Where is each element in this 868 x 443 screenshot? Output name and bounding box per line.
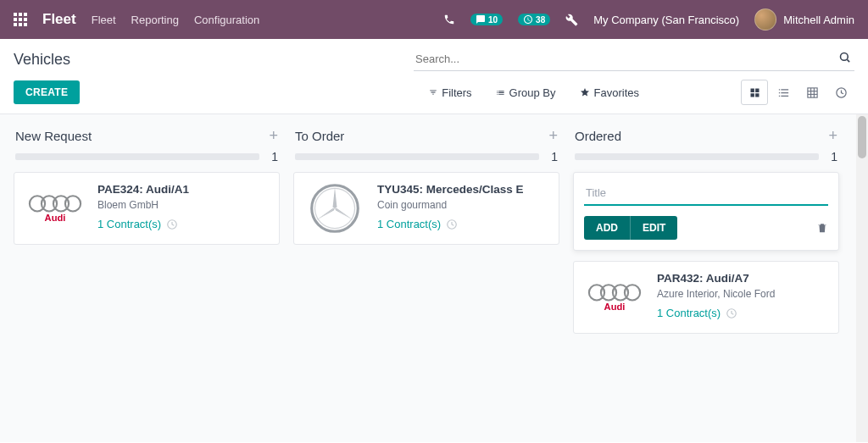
avatar — [754, 8, 776, 30]
activities-badge[interactable]: 38 — [518, 14, 550, 25]
card-subtitle: Azure Interior, Nicole Ford — [657, 288, 828, 300]
view-switcher — [741, 80, 854, 105]
user-menu[interactable]: Mitchell Admin — [754, 8, 854, 30]
favorites-dropdown[interactable]: Favorites — [580, 86, 639, 99]
search-input[interactable] — [414, 47, 854, 71]
contracts-label: 1 Contract(s) — [377, 218, 441, 230]
vehicle-card[interactable]: Audi PAR432: Audi/A7 Azure Interior, Nic… — [573, 261, 839, 334]
audi-logo: Audi — [25, 183, 86, 234]
control-row-1: Vehicles — [14, 47, 854, 71]
board-wrap: New Request + 1 Audi PAE324: Audi/A1 Blo… — [0, 114, 868, 442]
card-body: PAR432: Audi/A7 Azure Interior, Nicole F… — [657, 272, 828, 323]
star-icon — [580, 87, 590, 97]
quick-create-title-input[interactable] — [584, 183, 828, 206]
nav-configuration[interactable]: Configuration — [194, 14, 259, 26]
svg-point-20 — [625, 285, 640, 300]
funnel-icon — [429, 88, 437, 97]
list-view-icon — [777, 86, 790, 99]
column-count: 1 — [546, 150, 558, 163]
clock-icon — [166, 219, 178, 230]
scrollbar-thumb[interactable] — [858, 116, 866, 158]
column-to-order: To Order + 1 TYU345: Mercedes/Class E Co… — [287, 125, 566, 432]
vehicle-card[interactable]: TYU345: Mercedes/Class E Coin gourmand 1… — [293, 172, 559, 245]
kanban-view-button[interactable] — [741, 80, 768, 105]
column-meta: 1 — [573, 150, 839, 172]
nav-fleet[interactable]: Fleet — [92, 14, 116, 26]
contracts-label: 1 Contract(s) — [657, 307, 721, 319]
filter-group: Filters Group By Favorites — [429, 86, 639, 99]
grid-icon — [806, 86, 819, 99]
favorites-label: Favorites — [594, 86, 639, 99]
progress-bar — [575, 153, 819, 160]
app-brand[interactable]: Fleet — [42, 11, 76, 28]
grid-view-button[interactable] — [798, 80, 826, 105]
clock-icon — [726, 307, 737, 319]
vehicle-card[interactable]: Audi PAE324: Audi/A1 Bloem GmbH 1 Contra… — [14, 172, 280, 245]
messages-badge[interactable]: 10 — [470, 14, 503, 25]
card-body: PAE324: Audi/A1 Bloem GmbH 1 Contract(s) — [97, 183, 269, 234]
edit-button[interactable]: EDIT — [631, 216, 677, 240]
kanban-icon — [748, 86, 761, 99]
page-title: Vehicles — [14, 51, 70, 69]
card-contracts[interactable]: 1 Contract(s) — [377, 218, 548, 230]
progress-bar — [295, 153, 539, 160]
card-title: PAE324: Audi/A1 — [97, 183, 269, 196]
navbar-left: Fleet Fleet Reporting Configuration — [14, 11, 259, 28]
control-bar: Vehicles CREATE Filters Group By Favorit… — [0, 39, 868, 114]
activity-view-button[interactable] — [827, 80, 854, 105]
search-icon[interactable] — [838, 51, 851, 64]
search-wrap — [414, 47, 854, 71]
contracts-label: 1 Contract(s) — [97, 218, 161, 230]
filters-label: Filters — [442, 86, 471, 99]
column-header: Ordered + — [573, 125, 839, 150]
trash-icon[interactable] — [816, 222, 828, 234]
column-new-request: New Request + 1 Audi PAE324: Audi/A1 Blo… — [7, 125, 287, 432]
card-contracts[interactable]: 1 Contract(s) — [97, 218, 269, 230]
svg-point-0 — [841, 53, 849, 61]
clock-view-icon — [835, 86, 848, 99]
card-subtitle: Bloem GmbH — [97, 199, 269, 211]
list-icon — [496, 88, 505, 97]
phone-icon[interactable] — [443, 14, 455, 25]
activities-count: 38 — [536, 15, 545, 25]
scrollbar[interactable] — [856, 114, 868, 442]
clock-icon — [446, 219, 458, 230]
column-meta: 1 — [14, 150, 280, 172]
svg-text:Audi: Audi — [45, 213, 66, 223]
quick-create-form: ADD EDIT — [573, 172, 839, 251]
column-ordered: Ordered + 1 ADD EDIT Audi PAR432: Audi/A… — [566, 125, 846, 432]
apps-icon[interactable] — [14, 13, 27, 26]
list-view-button[interactable] — [770, 80, 797, 105]
column-header: To Order + — [293, 125, 559, 150]
column-title[interactable]: Ordered — [575, 129, 621, 143]
card-title: TYU345: Mercedes/Class E — [377, 183, 548, 196]
audi-logo: Audi — [584, 272, 645, 323]
add-button[interactable]: ADD — [584, 216, 631, 240]
column-header: New Request + — [14, 125, 280, 150]
quick-create-actions: ADD EDIT — [584, 216, 828, 240]
column-title[interactable]: New Request — [15, 129, 92, 143]
groupby-label: Group By — [509, 86, 556, 99]
user-name: Mitchell Admin — [783, 14, 854, 26]
column-count: 1 — [266, 150, 278, 163]
card-contracts[interactable]: 1 Contract(s) — [657, 307, 828, 319]
groupby-dropdown[interactable]: Group By — [496, 86, 556, 99]
column-add-icon[interactable]: + — [269, 128, 278, 143]
company-switcher[interactable]: My Company (San Francisco) — [593, 14, 739, 26]
tools-icon[interactable] — [565, 14, 578, 26]
column-add-icon[interactable]: + — [548, 128, 558, 143]
column-meta: 1 — [293, 150, 559, 172]
card-body: TYU345: Mercedes/Class E Coin gourmand 1… — [377, 183, 548, 234]
navbar-right: 10 38 My Company (San Francisco) Mitchel… — [443, 8, 854, 30]
nav-reporting[interactable]: Reporting — [131, 14, 179, 26]
top-navbar: Fleet Fleet Reporting Configuration 10 3… — [0, 0, 868, 39]
control-row-2: CREATE Filters Group By Favorites — [14, 80, 854, 114]
progress-bar — [15, 153, 259, 160]
messages-count: 10 — [488, 15, 498, 25]
svg-line-1 — [847, 59, 849, 62]
filters-dropdown[interactable]: Filters — [429, 86, 471, 99]
column-add-icon[interactable]: + — [828, 128, 837, 143]
column-title[interactable]: To Order — [295, 129, 344, 143]
create-button[interactable]: CREATE — [14, 80, 80, 104]
kanban-board: New Request + 1 Audi PAE324: Audi/A1 Blo… — [0, 114, 868, 442]
